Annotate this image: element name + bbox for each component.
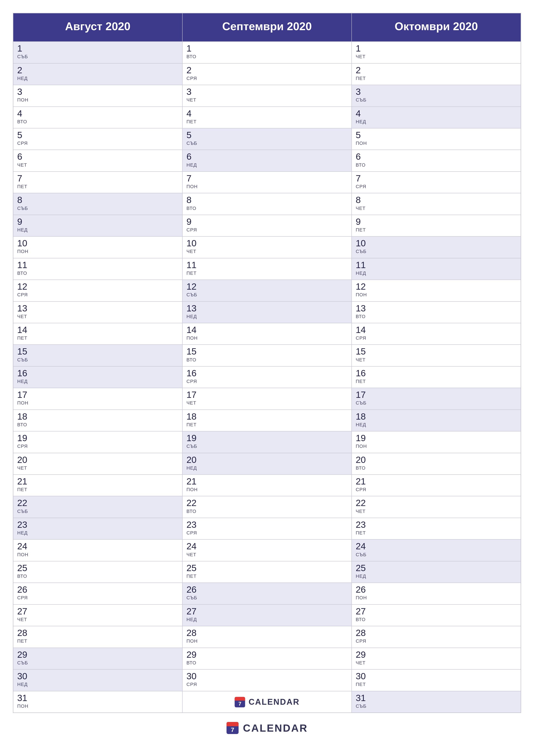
day-cell: 26СРЯ xyxy=(13,583,182,604)
day-number: 14 xyxy=(356,325,517,335)
day-number: 31 xyxy=(17,693,178,703)
day-cell: 23НЕД xyxy=(13,518,182,539)
day-cell: 9ПЕТ xyxy=(352,215,521,236)
day-number: 7 xyxy=(187,174,347,183)
day-number: 19 xyxy=(17,433,178,443)
day-cell: 27ВТО xyxy=(352,605,521,626)
day-cell: 14ПЕТ xyxy=(13,323,182,345)
day-cell: 20НЕД xyxy=(182,453,352,474)
day-cell: 2ПЕТ xyxy=(352,63,521,85)
day-cell: 10СЪБ xyxy=(352,236,521,258)
day-number: 13 xyxy=(17,304,178,313)
day-cell: 21ПОН xyxy=(182,474,352,496)
day-cell: 4НЕД xyxy=(352,107,521,128)
day-name: СЪБ xyxy=(17,509,178,514)
day-name: СЪБ xyxy=(356,97,517,103)
day-number: 8 xyxy=(17,195,178,205)
day-number: 27 xyxy=(356,607,517,616)
day-number: 11 xyxy=(356,260,517,270)
day-number: 7 xyxy=(17,174,178,183)
day-number: 26 xyxy=(17,585,178,595)
day-number: 24 xyxy=(187,541,347,551)
day-name: НЕД xyxy=(17,530,178,536)
day-cell: 27НЕД xyxy=(182,605,352,626)
day-number: 28 xyxy=(17,628,178,638)
day-cell: 17ЧЕТ xyxy=(182,388,352,410)
day-cell: 9НЕД xyxy=(13,215,182,236)
day-name: НЕД xyxy=(187,465,347,471)
day-name: ПОН xyxy=(17,703,178,709)
day-number: 1 xyxy=(356,43,517,53)
day-name: СЪБ xyxy=(17,205,178,211)
day-name: НЕД xyxy=(187,162,347,168)
inline-calendar-text: CALENDAR xyxy=(248,697,299,707)
day-number: 27 xyxy=(17,607,178,616)
day-cell: 29ЧЕТ xyxy=(352,648,521,669)
day-name: ПЕТ xyxy=(356,530,517,536)
day-name: ПЕТ xyxy=(187,119,347,124)
day-cell: 24ПОН xyxy=(13,539,182,561)
day-cell: 2СРЯ xyxy=(182,63,352,85)
day-number: 26 xyxy=(187,585,347,595)
day-cell: 7ПЕТ xyxy=(13,172,182,193)
day-name: ПОН xyxy=(17,97,178,103)
day-number: 22 xyxy=(356,498,517,508)
day-number: 23 xyxy=(17,520,178,530)
day-cell: 24ЧЕТ xyxy=(182,539,352,561)
day-name: ПОН xyxy=(17,400,178,406)
day-name: СРЯ xyxy=(356,335,517,341)
day-number: 6 xyxy=(187,152,347,162)
day-number: 25 xyxy=(17,563,178,573)
day-number: 20 xyxy=(356,455,517,465)
day-number: 19 xyxy=(356,433,517,443)
day-number: 29 xyxy=(356,650,517,660)
day-cell: 27ЧЕТ xyxy=(13,605,182,626)
day-cell: 8ВТО xyxy=(182,193,352,215)
day-name: ПЕТ xyxy=(17,335,178,341)
day-name: ЧЕТ xyxy=(17,465,178,471)
day-name: ЧЕТ xyxy=(17,162,178,168)
day-name: ПЕТ xyxy=(17,487,178,493)
day-cell: 12СРЯ xyxy=(13,280,182,301)
day-cell: 18НЕД xyxy=(352,410,521,431)
month-header-aug: Август 2020 xyxy=(13,13,182,41)
day-number: 19 xyxy=(187,433,347,443)
day-number: 15 xyxy=(356,346,517,357)
day-name: СРЯ xyxy=(187,682,347,687)
day-number: 12 xyxy=(187,282,347,292)
day-number: 12 xyxy=(356,282,517,292)
day-number: 5 xyxy=(187,130,347,140)
day-cell: 25НЕД xyxy=(352,561,521,583)
day-name: СРЯ xyxy=(17,141,178,146)
day-name: ВТО xyxy=(356,314,517,319)
day-name: ПЕТ xyxy=(356,682,517,687)
day-number: 6 xyxy=(356,152,517,162)
day-cell: 26ПОН xyxy=(352,583,521,604)
day-name: ВТО xyxy=(187,509,347,514)
day-name: НЕД xyxy=(356,270,517,276)
day-name: СРЯ xyxy=(187,227,347,233)
day-number: 23 xyxy=(187,520,347,530)
day-name: ЧЕТ xyxy=(17,617,178,622)
day-cell: 25ПЕТ xyxy=(182,561,352,583)
day-name: ЧЕТ xyxy=(356,357,517,363)
day-cell: 22СЪБ xyxy=(13,496,182,518)
day-name: НЕД xyxy=(17,227,178,233)
day-cell: 21СРЯ xyxy=(352,474,521,496)
day-name: НЕД xyxy=(356,574,517,579)
day-name: ЧЕТ xyxy=(187,400,347,406)
day-cell: 30СРЯ xyxy=(182,669,352,691)
day-number: 13 xyxy=(187,304,347,313)
day-name: ПОН xyxy=(17,552,178,557)
day-cell: 23СРЯ xyxy=(182,518,352,539)
day-number: 3 xyxy=(17,87,178,97)
day-cell: 18ПЕТ xyxy=(182,410,352,431)
day-name: СЪБ xyxy=(187,444,347,449)
day-cell: 12ПОН xyxy=(352,280,521,301)
day-cell: 15ВТО xyxy=(182,345,352,366)
day-cell: 21ПЕТ xyxy=(13,474,182,496)
day-cell: 10ПОН xyxy=(13,236,182,258)
day-cell: 6ВТО xyxy=(352,150,521,171)
day-number: 14 xyxy=(17,325,178,335)
day-number: 9 xyxy=(356,217,517,227)
